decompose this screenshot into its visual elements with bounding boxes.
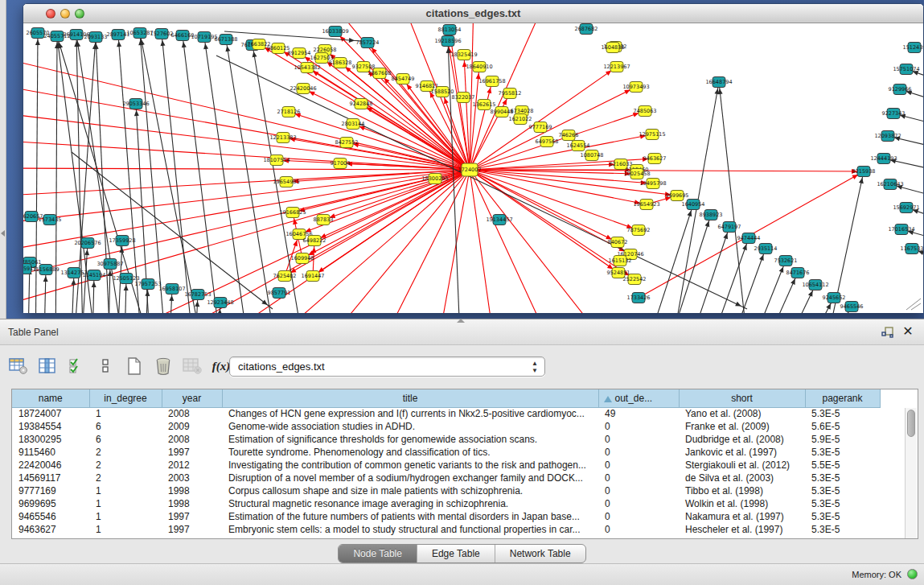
graph-node[interactable]: 12444193 [870,154,897,164]
table-vertical-scrollbar[interactable] [905,408,917,539]
graph-node[interactable]: 2935114 [754,244,778,254]
graph-node[interactable]: 15134457 [486,215,512,225]
graph-node[interactable]: 17957253 [134,279,161,290]
graph-node[interactable]: 7875692 [627,225,651,236]
collapse-arrow-icon[interactable] [1,230,5,237]
graph-node[interactable]: 2522542 [623,274,647,285]
graph-node[interactable]: 18107554 [263,155,290,166]
column-header-title[interactable]: title [222,389,598,407]
table-row[interactable]: 1872400712008Changes of HCN gene express… [12,407,880,420]
graph-node[interactable]: 9857791 [268,288,291,299]
network-window[interactable]: citations_edges.txt 26055702405571226914… [23,3,924,313]
graph-node[interactable]: 29053346 [122,99,149,109]
close-panel-icon[interactable]: ✕ [901,324,915,339]
table-row[interactable]: 969969511998Structural magnetic resonanc… [12,497,880,510]
graph-node[interactable]: 6498222 [303,236,326,246]
new-table-icon[interactable] [124,356,145,377]
table-selector-dropdown[interactable]: citations_edges.txt ▲▼ [229,356,545,377]
table-row[interactable]: 946554611997Estimation of the future num… [12,510,880,523]
graph-node[interactable]: 8813054 [438,25,462,35]
graph-node[interactable]: 16961758 [478,76,505,87]
column-header-out_de[interactable]: out_de... [598,389,679,407]
graph-node[interactable]: 7857224 [356,38,380,48]
graph-node[interactable]: 9245652 [823,293,846,303]
graph-node[interactable]: 12975115 [639,130,665,140]
scrollbar-thumb[interactable] [907,410,915,437]
graph-node[interactable]: 9860125 [267,43,290,54]
graph-node[interactable]: 1691447 [302,271,325,282]
side-panel-divider[interactable] [0,0,6,319]
graph-node[interactable]: 10543382 [294,63,320,73]
table-row[interactable]: 911546021997Tourette syndrome. Phenomeno… [12,446,880,459]
table-row[interactable]: 1830029562008Estimation of significance … [12,433,880,446]
graph-node[interactable]: 19654923 [633,200,659,210]
row-options-icon[interactable] [95,356,116,377]
graph-node[interactable]: 8454749 [392,74,415,84]
graph-node[interactable]: 10654112 [802,280,828,290]
delete-rows-icon[interactable] [153,356,174,377]
graph-node[interactable]: 10025458 [623,169,650,179]
network-canvas[interactable]: 2605570240557122691410620931332897141106… [23,23,923,313]
graph-node[interactable]: 9242848 [350,99,373,109]
table-settings-icon[interactable] [8,356,29,377]
graph-node[interactable]: 12923448 [207,298,233,308]
tab-network-table[interactable]: Network Table [495,545,585,562]
splitter-grip-icon[interactable] [457,319,465,323]
graph-node[interactable]: 1080748 [581,150,604,161]
graph-node[interactable]: 19166825 [279,208,306,218]
graph-node[interactable]: 16033809 [322,27,348,37]
graph-node[interactable]: 6479197 [718,222,741,233]
column-header-year[interactable]: year [162,389,222,407]
graph-node[interactable]: 9463627 [643,154,667,164]
graph-node[interactable]: 9474444 [737,233,761,244]
delete-table-icon[interactable] [182,356,203,377]
tab-node-table[interactable]: Node Table [339,545,417,562]
graph-node[interactable]: 30975887 [97,259,123,270]
graph-node[interactable]: 1624554 [567,141,590,151]
graph-node[interactable]: 2687682 [575,24,598,35]
graph-node[interactable]: 20206576 [74,238,101,249]
graph-node[interactable]: 19495798 [639,179,666,189]
graph-node[interactable]: 9129966 [889,84,912,95]
table-row[interactable]: 977716911998Corpus callosum shape and si… [12,484,880,497]
graph-node[interactable]: 17359928 [109,236,135,246]
graph-node[interactable]: 887833 [314,215,334,225]
graph-node[interactable]: 16648794 [705,77,732,88]
graph-node[interactable]: 19218596 [434,36,461,47]
network-window-titlebar[interactable]: citations_edges.txt [23,4,923,23]
graph-node[interactable]: 16958107 [158,284,185,295]
graph-node[interactable]: 840672 [608,237,628,248]
graph-node[interactable]: 8186328 [329,58,352,68]
graph-node[interactable]: 1733426 [627,293,651,303]
graph-node[interactable]: 7955812 [499,89,522,99]
column-header-in_degree[interactable]: in_degree [89,389,162,407]
graph-node[interactable]: 7625402 [273,271,297,282]
graph-node[interactable]: 1724007 [458,163,482,176]
graph-node[interactable]: 8471676 [786,268,810,278]
column-header-short[interactable]: short [679,389,805,407]
graph-node[interactable]: 1621022 [509,114,532,125]
graph-node[interactable]: 8938923 [700,210,723,220]
table-row[interactable]: 946362711997Embryonic stem cells: a mode… [12,523,880,536]
graph-node[interactable]: 917004 [331,159,351,169]
table-row[interactable]: 1456911722003Disruption of a novel membe… [12,472,880,484]
graph-node[interactable]: 7532621 [774,256,798,266]
memory-ok-icon[interactable] [907,569,918,579]
table-row[interactable]: 1938455462009Genome-wide association stu… [12,420,880,433]
graph-node[interactable]: 18640910 [466,62,492,72]
graph-node[interactable]: 18325419 [450,50,477,60]
graph-node[interactable]: 9465546 [840,302,864,312]
column-settings-icon[interactable] [37,356,58,377]
graph-node[interactable]: 2093133 [84,32,108,43]
graph-node[interactable]: 1527602 [150,29,174,39]
column-header-name[interactable]: name [12,389,89,407]
graph-node[interactable]: 12213383 [269,133,296,143]
graph-node[interactable]: 2867608 [368,68,392,79]
graph-node[interactable]: 12213967 [603,62,630,72]
column-header-pagerank[interactable]: pagerank [805,389,880,407]
graph-node[interactable]: 1573435 [39,215,62,225]
graph-node[interactable]: 1609948 [291,253,314,264]
graph-node[interactable]: 19654985 [273,177,299,187]
graph-node[interactable]: 9699695 [666,191,689,201]
graph-node[interactable]: 1640954 [682,200,705,210]
